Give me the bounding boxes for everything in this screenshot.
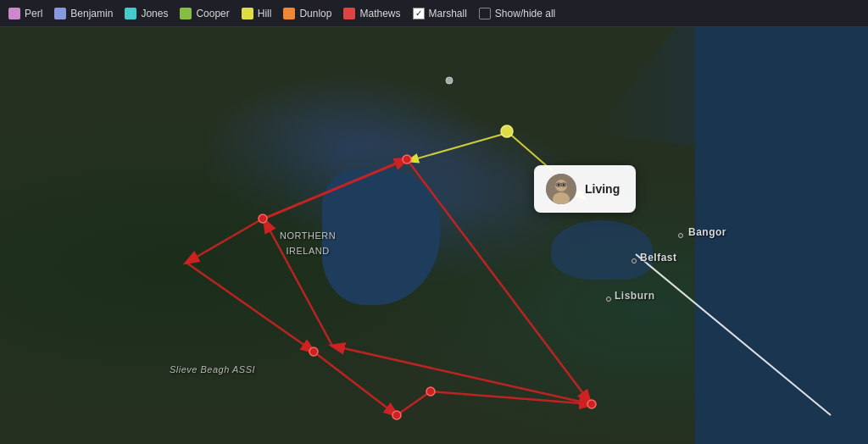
svg-point-13 [259,214,267,223]
legend-bar: Perl Benjamin Jones Cooper Hill Dunlop M… [0,0,868,27]
svg-line-3 [314,352,397,415]
hill-label: Hill [258,8,272,19]
svg-line-4 [397,391,431,415]
mathews-color-swatch [343,8,355,19]
perl-color-swatch [8,8,20,19]
legend-item-jones[interactable]: Jones [125,8,168,19]
hill-color-swatch [242,8,253,19]
legend-item-hill[interactable]: Hill [242,8,272,19]
legend-item-benjamin[interactable]: Benjamin [54,8,113,19]
bangor-dot [678,233,683,238]
marshall-checkbox[interactable]: ✓ [413,8,425,19]
svg-line-7 [264,220,332,346]
legend-item-cooper[interactable]: Cooper [180,8,229,19]
benjamin-color-swatch [54,8,66,19]
cooper-color-swatch [180,8,192,19]
svg-point-25 [563,184,565,186]
lisburn-dot [606,297,611,302]
dunlop-label: Dunlop [299,8,331,19]
jones-label: Jones [141,8,168,19]
benjamin-label: Benjamin [70,8,113,19]
svg-line-1 [186,219,263,263]
svg-line-11 [409,133,507,161]
svg-line-12 [636,254,831,415]
marshall-label: Marshall [429,8,467,19]
svg-line-8 [264,159,407,219]
perl-label: Perl [25,8,42,19]
avatar [546,174,576,204]
svg-point-19 [501,125,513,137]
cooper-label: Cooper [196,8,229,19]
svg-point-24 [558,184,560,186]
legend-item-showhide[interactable]: Show/hide all [479,8,555,19]
showhide-swatch [479,8,491,19]
legend-item-perl[interactable]: Perl [8,8,42,19]
showhide-label: Show/hide all [495,8,555,19]
route-overlay [0,0,868,444]
legend-item-dunlop[interactable]: Dunlop [283,8,331,19]
popup-status-label: Living [585,182,620,196]
dunlop-color-swatch [283,8,295,19]
map-container: NORTHERNIRELAND Slieve Beagh ASSI Bangor… [0,0,868,444]
svg-point-16 [426,387,435,396]
belfast-dot [632,258,637,264]
svg-point-18 [403,155,411,164]
jones-color-swatch [125,8,136,19]
svg-point-17 [587,400,596,408]
mathews-label: Mathews [359,8,400,19]
svg-point-15 [392,411,401,419]
person-popup[interactable]: Living [534,165,636,213]
legend-item-marshall[interactable]: ✓ Marshall [413,8,467,19]
svg-point-14 [309,347,318,356]
svg-point-20 [446,77,453,84]
legend-item-mathews[interactable]: Mathews [343,8,400,19]
